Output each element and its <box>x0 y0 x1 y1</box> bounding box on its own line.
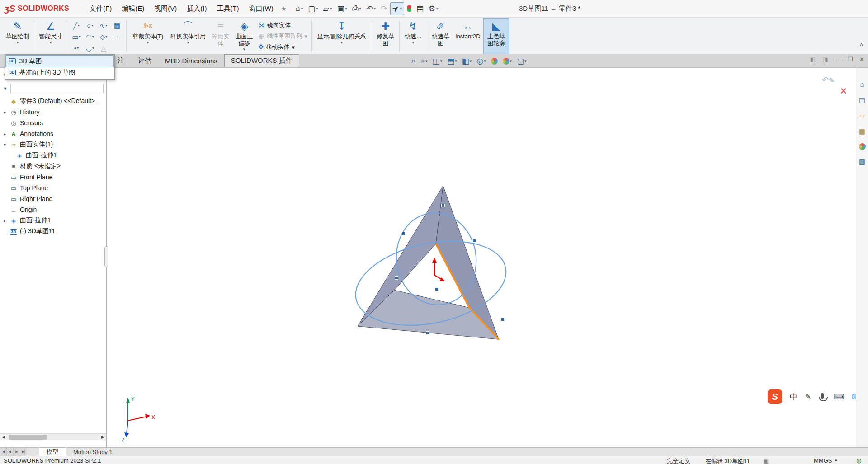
tab-nav-last-icon[interactable]: ▶| <box>20 448 27 456</box>
graphics-area[interactable]: Y X Z ↶✎ ✕ S 中 ✎ ⌨ ⌨ <box>107 68 856 447</box>
ribbon-collapse-icon[interactable]: ∧ <box>859 41 863 47</box>
move-entities-button[interactable]: ✥移动实体▾ <box>256 42 309 52</box>
more-tools[interactable]: ⋯ <box>110 31 124 42</box>
view-orientation-icon[interactable]: ⬒▾ <box>446 56 458 66</box>
task-pane-resources-icon[interactable]: ▤ <box>859 96 865 104</box>
chevron-down-icon[interactable]: ▾ <box>17 40 19 45</box>
chevron-down-icon[interactable]: ▾ <box>147 40 149 45</box>
expand-icon[interactable]: ▸ <box>2 131 7 136</box>
display-delete-relations-button[interactable]: ↧ 显示/删除几何关系 ▾ <box>314 19 369 54</box>
task-pane-design-library-icon[interactable]: ▱ <box>859 112 865 120</box>
zoom-to-area-icon[interactable]: ⌕▾ <box>420 56 429 66</box>
expand-icon[interactable]: ▸ <box>2 218 7 223</box>
offset-entities-button[interactable]: ≡ 等距实体 <box>209 19 232 54</box>
new-document-button[interactable]: ▢▾ <box>306 3 320 15</box>
sketch-button[interactable]: ✎ 草图绘制 ▾ <box>4 19 32 54</box>
touch-keyboard-icon[interactable]: ⌨ <box>852 393 856 401</box>
repair-sketch-button[interactable]: ✚ 修复草图 <box>374 19 397 54</box>
menu-edit[interactable]: 编辑(E) <box>117 3 149 15</box>
chevron-down-icon[interactable]: ▾ <box>50 40 52 45</box>
trim-entities-button[interactable]: ✄ 剪裁实体(T) ▾ <box>129 19 167 54</box>
menu-window[interactable]: 窗口(W) <box>244 3 278 15</box>
doc-restore-icon[interactable]: ❐ <box>847 56 853 63</box>
chevron-down-icon[interactable]: ▾ <box>340 40 343 45</box>
print-button[interactable]: ⎙▾ <box>350 3 363 14</box>
task-pane-custom-properties-icon[interactable]: ▥ <box>859 158 865 166</box>
options-button[interactable]: ⚙▾ <box>427 3 440 15</box>
scrollbar-track[interactable] <box>8 435 98 440</box>
cancel-sketch-icon[interactable]: ✕ <box>840 86 847 96</box>
expand-icon[interactable]: ▸ <box>2 110 7 115</box>
pin-menu-icon[interactable]: ★ <box>281 5 287 12</box>
hide-show-items-icon[interactable]: ◎▾ <box>476 56 486 66</box>
tab-nav-first-icon[interactable]: |◀ <box>0 448 7 456</box>
tree-item-surface-extrude-body[interactable]: ◈曲面-拉伸1 <box>0 150 106 161</box>
tree-item-history[interactable]: ▸◷History <box>0 107 106 117</box>
tree-item-right-plane[interactable]: ▭Right Plane <box>0 193 106 204</box>
scroll-left-icon[interactable]: ◀ <box>0 435 7 439</box>
doc-close-icon[interactable]: ✕ <box>859 56 864 63</box>
task-pane-appearances-icon[interactable] <box>859 143 866 150</box>
panel-horizontal-scrollbar[interactable]: ◀ ▶ <box>0 433 106 440</box>
microphone-icon[interactable] <box>821 393 824 399</box>
collapse-icon[interactable]: ▾ <box>2 142 7 147</box>
keyboard-icon[interactable]: ⌨ <box>834 393 844 401</box>
exit-sketch-icon[interactable]: ↶✎ <box>822 75 835 85</box>
menu-item-3d-sketch-on-plane[interactable]: 3D 基准面上的 3D 草图 <box>6 67 113 78</box>
line-tool[interactable]: ╱▾ <box>70 20 83 31</box>
menu-item-3d-sketch[interactable]: 3D 3D 草图 <box>6 56 113 67</box>
menu-view[interactable]: 视图(V) <box>149 3 182 15</box>
tree-root[interactable]: ◆零件3 (Default) <<Default>_ <box>0 96 106 107</box>
view-settings-icon[interactable]: ▢▾ <box>516 56 528 66</box>
rectangle-tool[interactable]: ▭▾ <box>70 31 83 42</box>
motion-study-tab[interactable]: Motion Study 1 <box>66 448 120 456</box>
solidworks-s-logo[interactable]: S <box>768 389 782 404</box>
pattern-tool[interactable]: ▦ <box>110 20 124 31</box>
tree-item-annotations[interactable]: ▸AAnnotations <box>0 128 106 139</box>
instant2d-button[interactable]: ↔ Instant2D <box>452 19 484 54</box>
tree-filter-input[interactable] <box>10 84 104 93</box>
doc-minimize-icon[interactable]: — <box>835 56 840 63</box>
undo-button[interactable]: ↶▾ <box>364 3 377 15</box>
task-pane-file-explorer-icon[interactable]: ▦ <box>859 127 865 136</box>
smart-dimension-button[interactable]: ∠ 智能尺寸 ▾ <box>37 19 65 54</box>
display-style-icon[interactable]: ◧▾ <box>461 56 473 66</box>
chevron-down-icon[interactable]: ▾ <box>412 40 414 45</box>
select-tool-button[interactable]: ➤▾ <box>390 2 404 15</box>
unit-system-caret-icon[interactable]: ▴ <box>835 457 837 462</box>
tree-item-3d-sketch[interactable]: 3D(-) 3D草图11 <box>0 226 106 237</box>
tree-item-material[interactable]: ≡材质 <未指定> <box>0 161 106 172</box>
shaded-sketch-contours-button[interactable]: ◣ 上色草图轮廓 <box>484 19 509 54</box>
linear-sketch-pattern-button[interactable]: ▦线性草图阵列▾ <box>256 32 309 41</box>
spline-tool[interactable]: ∿▾ <box>97 20 110 31</box>
scrollbar-thumb[interactable] <box>9 435 47 440</box>
offset-on-surface-button[interactable]: ◈ 曲面上偏移 ▾ <box>232 19 256 54</box>
welcome-home-button[interactable]: ⌂▾ <box>293 3 305 14</box>
model-canvas[interactable]: Y X Z <box>107 68 856 447</box>
chevron-down-icon[interactable]: ▾ <box>243 47 245 52</box>
redo-button[interactable]: ↷ <box>379 3 389 15</box>
zoom-to-fit-icon[interactable]: ⌕ <box>410 56 417 66</box>
panel-splitter-handle[interactable] <box>104 246 108 267</box>
quick-snaps-button[interactable]: ↯ 快速... ▾ <box>402 19 425 54</box>
ime-language-indicator[interactable]: 中 <box>790 392 797 402</box>
handwriting-pen-icon[interactable]: ✎ <box>805 393 811 401</box>
tree-item-origin[interactable]: ∟Origin <box>0 204 106 215</box>
status-globe-icon[interactable]: ◍ <box>856 457 861 464</box>
model-tab[interactable]: 模型 <box>39 448 66 456</box>
sketch-point-handle[interactable] <box>426 332 429 335</box>
menu-tools[interactable]: 工具(T) <box>212 3 244 15</box>
unit-system[interactable]: MMGS <box>814 457 832 464</box>
save-button[interactable]: ▣▾ <box>335 3 349 15</box>
tab-nav-prev-icon[interactable]: ◀ <box>7 448 14 456</box>
tree-item-front-plane[interactable]: ▭Front Plane <box>0 172 106 183</box>
tree-item-sensors[interactable]: ◎Sensors <box>0 117 106 128</box>
sketch-point-handle[interactable] <box>395 277 398 280</box>
open-document-button[interactable]: ▱▾ <box>321 3 334 15</box>
sketch-point-handle[interactable] <box>501 318 505 321</box>
ellipse-arc-tool[interactable]: ◡▾ <box>83 42 97 54</box>
tab-mbd-dimensions[interactable]: MBD Dimensions <box>158 55 224 67</box>
pane-split-right-icon[interactable]: ◨ <box>822 56 828 63</box>
polygon-tool[interactable]: ◇▾ <box>97 31 110 42</box>
sketch-point-handle[interactable] <box>473 239 476 243</box>
